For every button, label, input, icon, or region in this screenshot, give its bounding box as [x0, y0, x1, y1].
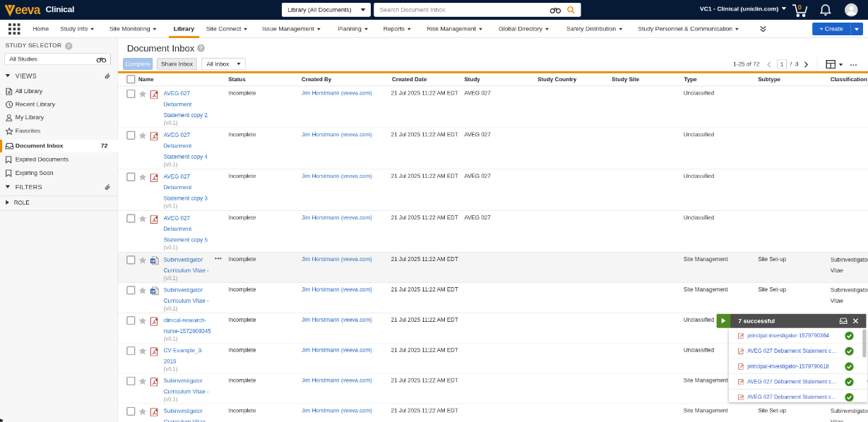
svg-text:?: ? [67, 44, 71, 49]
svg-text:W: W [151, 258, 155, 263]
svg-text:?: ? [199, 45, 203, 52]
svg-text:0: 0 [798, 4, 802, 11]
svg-text:W: W [151, 289, 155, 294]
svg-text:eeva: eeva [15, 3, 41, 17]
